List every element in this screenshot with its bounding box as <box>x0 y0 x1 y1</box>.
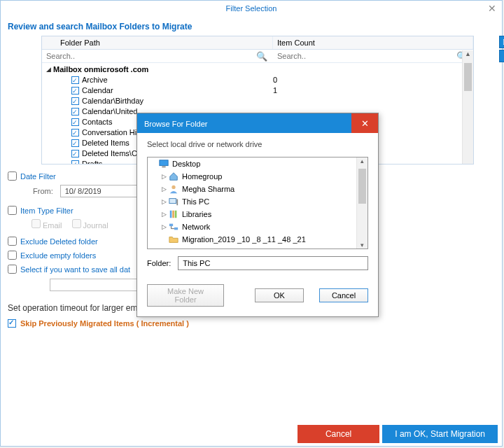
folder-input[interactable] <box>178 256 368 270</box>
item-type-checkbox[interactable] <box>8 206 17 215</box>
scroll-down-icon[interactable]: ▾ <box>357 241 368 248</box>
skip-row: Skip Previously Migrated Items ( Increme… <box>8 319 495 328</box>
email-checkbox[interactable] <box>31 219 41 228</box>
browse-folder-dialog: Browse For Folder ✕ Select local drive o… <box>136 113 379 317</box>
tree-item[interactable]: ▷Network <box>148 220 368 233</box>
folder-icon <box>168 234 179 244</box>
side-buttons: ☑ ✖ <box>499 36 504 64</box>
row-label: Mailbox onmicrosoft .com <box>53 64 148 75</box>
svg-rect-8 <box>169 224 173 227</box>
row-label: Calendar\Birthday <box>82 96 144 106</box>
ok-button[interactable]: OK <box>255 288 304 302</box>
desktop-icon <box>158 159 169 169</box>
row-checkbox[interactable] <box>71 118 79 126</box>
expand-icon[interactable]: ▷ <box>160 196 168 207</box>
start-migration-button[interactable]: I am OK, Start Migration <box>382 425 498 443</box>
dialog-cancel-button[interactable]: Cancel <box>319 288 368 302</box>
skip-checkbox[interactable] <box>8 319 16 328</box>
search-path-input[interactable] <box>46 50 228 62</box>
tree-item-label: Megha Sharma <box>182 183 234 195</box>
folder-field-row: Folder: <box>147 256 368 270</box>
tree-item[interactable]: ▷Homegroup <box>148 170 368 183</box>
col-item-count[interactable]: Item Count <box>273 36 473 49</box>
skip-label: Skip Previously Migrated Items ( Increme… <box>20 319 189 328</box>
dialog-footer: Make New Folder OK Cancel <box>137 279 378 316</box>
folder-tree[interactable]: Desktop▷Homegroup▷Megha Sharma▷This PC▷L… <box>147 157 368 249</box>
row-checkbox[interactable] <box>71 87 79 94</box>
table-row[interactable]: Archive0 <box>42 75 473 85</box>
make-new-folder-button[interactable]: Make New Folder <box>147 284 224 307</box>
search-count-input[interactable] <box>277 50 459 62</box>
grid-scrollbar[interactable]: ▲ <box>462 50 473 164</box>
tree-item[interactable]: Desktop <box>148 158 368 170</box>
tree-item[interactable]: ▷Megha Sharma <box>148 183 368 195</box>
svg-rect-9 <box>174 227 178 230</box>
home-icon <box>168 172 179 181</box>
exclude-empty-checkbox[interactable] <box>8 251 17 260</box>
row-checkbox[interactable] <box>71 150 79 158</box>
from-date-input[interactable]: 10/ 8/2019 <box>60 185 141 197</box>
expand-icon[interactable]: ▷ <box>160 171 168 182</box>
scroll-thumb[interactable] <box>358 169 366 204</box>
search-icon[interactable]: 🔍 <box>256 51 267 62</box>
date-filter-checkbox[interactable] <box>8 172 17 181</box>
row-checkbox[interactable] <box>71 139 79 147</box>
lib-icon <box>168 209 179 219</box>
opt-journal[interactable]: Journal <box>72 219 108 230</box>
expand-icon[interactable]: ▷ <box>160 209 168 220</box>
scroll-up-icon[interactable]: ▲ <box>463 50 473 57</box>
dialog-title: Browse For Folder <box>144 120 207 128</box>
tree-item[interactable]: Migration_2019 _10 _8 _11 _48 _21 <box>148 233 368 246</box>
row-checkbox[interactable] <box>71 129 79 136</box>
row-label: Calendar\United <box>82 106 138 117</box>
footer-buttons: Cancel I am OK, Start Migration <box>298 425 498 443</box>
table-row[interactable]: ◢Mailbox onmicrosoft .com <box>42 64 473 75</box>
row-checkbox[interactable] <box>71 160 79 164</box>
dialog-titlebar[interactable]: Browse For Folder ✕ <box>137 113 378 133</box>
svg-rect-0 <box>160 160 168 166</box>
col-folder-path[interactable]: Folder Path <box>56 36 273 49</box>
row-count: 0 <box>273 75 469 85</box>
svg-rect-3 <box>169 199 176 204</box>
save-all-checkbox[interactable] <box>8 265 17 274</box>
net-icon <box>168 222 179 232</box>
scroll-thumb[interactable] <box>464 63 472 91</box>
row-label: Contacts <box>82 117 112 127</box>
select-all-button[interactable]: ☑ <box>499 36 504 48</box>
row-label: Deleted Items\Ca <box>82 148 141 159</box>
tree-item[interactable]: ▷Libraries <box>148 208 368 220</box>
scroll-up-icon[interactable]: ▴ <box>357 158 368 164</box>
cancel-button[interactable]: Cancel <box>298 425 379 443</box>
deselect-all-button[interactable]: ✖ <box>499 50 504 62</box>
expand-icon[interactable]: ▷ <box>160 183 168 195</box>
close-icon[interactable]: ✕ <box>351 113 378 133</box>
svg-rect-4 <box>176 200 178 206</box>
table-row[interactable]: Calendar\Birthday <box>42 96 473 106</box>
expand-icon[interactable]: ▷ <box>160 221 168 232</box>
row-checkbox[interactable] <box>71 108 79 115</box>
tree-item-label: Network <box>182 221 210 232</box>
svg-rect-7 <box>175 211 177 218</box>
exclude-deleted-checkbox[interactable] <box>8 237 17 246</box>
row-checkbox[interactable] <box>71 97 79 105</box>
row-label: Calendar <box>82 85 113 96</box>
filter-selection-window: Filter Selection ✕ Review and search Mai… <box>0 0 503 447</box>
section-heading: Review and search Mailbox Folders to Mig… <box>8 22 495 31</box>
svg-rect-5 <box>170 211 172 218</box>
collapse-icon[interactable]: ◢ <box>46 64 53 75</box>
dialog-body: Select local drive or network drive Desk… <box>137 133 378 279</box>
table-row[interactable]: Calendar1 <box>42 85 473 96</box>
svg-point-2 <box>172 186 175 189</box>
journal-checkbox[interactable] <box>72 219 81 228</box>
expand-col <box>42 36 56 49</box>
grid-header: Folder Path Item Count <box>42 36 473 50</box>
window-title: Filter Selection <box>226 4 277 13</box>
grid-search-row: 🔍 🔍 <box>42 50 473 63</box>
tree-item-label: This PC <box>182 196 209 207</box>
close-icon[interactable]: ✕ <box>488 3 496 14</box>
opt-email[interactable]: Email <box>31 219 62 230</box>
search-count-cell: 🔍 <box>273 50 473 62</box>
tree-item[interactable]: ▷This PC <box>148 195 368 208</box>
tree-scrollbar[interactable]: ▴ ▾ <box>356 158 368 248</box>
row-checkbox[interactable] <box>71 76 79 84</box>
